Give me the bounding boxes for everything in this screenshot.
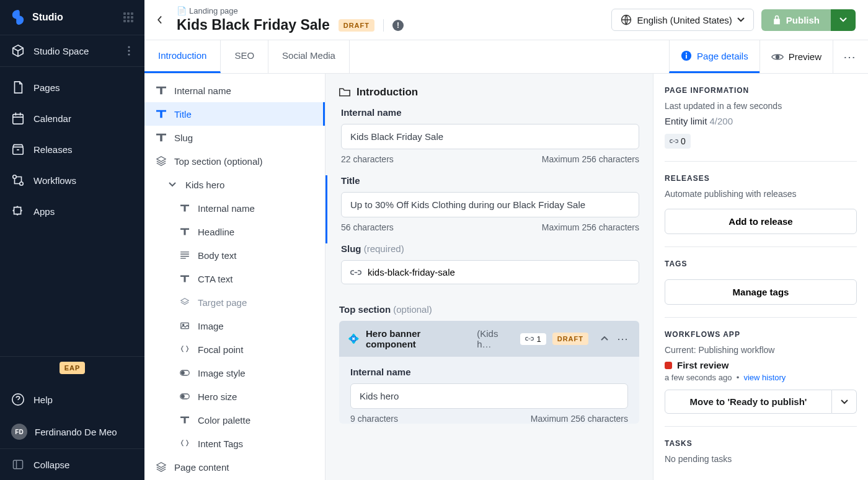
workflows-heading: WORKFLOWS APP xyxy=(665,330,857,339)
outline-internal-name[interactable]: Internal name xyxy=(144,79,325,102)
slug-label: Slug (required) xyxy=(341,243,639,254)
outline-cta-text[interactable]: CTA text xyxy=(144,267,325,290)
outline-target-page[interactable]: Target page xyxy=(144,290,325,314)
outline-color-palette[interactable]: Color palette xyxy=(144,408,325,432)
cube-icon xyxy=(11,44,25,58)
references-chip[interactable]: 0 xyxy=(665,134,691,149)
nav-calendar[interactable]: Calendar xyxy=(0,103,144,134)
add-to-release-button[interactable]: Add to release xyxy=(665,209,857,234)
user-menu[interactable]: FD Ferdinando De Meo xyxy=(0,415,144,448)
outline-body-text[interactable]: Body text xyxy=(144,243,325,267)
svg-rect-8 xyxy=(14,460,23,468)
nav-help[interactable]: Help xyxy=(0,384,144,415)
details-panel: PAGE INFORMATION Last updated in a few s… xyxy=(653,74,868,480)
paragraph-icon xyxy=(179,250,190,261)
locale-selector[interactable]: English (United States) xyxy=(611,9,753,31)
outline-slug[interactable]: Slug xyxy=(144,126,325,149)
chevron-down-icon xyxy=(737,17,745,22)
outline-headline[interactable]: Headline xyxy=(144,220,325,243)
outline-page-content[interactable]: Page content xyxy=(144,455,325,479)
outline-image-style[interactable]: Image style xyxy=(144,361,325,385)
tab-introduction[interactable]: Introduction xyxy=(144,40,221,73)
tasks-heading: TASKS xyxy=(665,439,857,448)
back-button[interactable] xyxy=(151,11,169,29)
layers-icon xyxy=(156,461,167,473)
internal-name-input[interactable] xyxy=(341,124,639,149)
warning-icon[interactable]: ! xyxy=(392,20,404,31)
slug-input[interactable] xyxy=(368,267,630,277)
tabs-bar: Introduction SEO Social Media Page detai… xyxy=(144,40,868,74)
diamond-icon: 💠 xyxy=(348,333,360,344)
breadcrumb: 📄 Landing page xyxy=(177,6,604,15)
internal-name-label: Internal name xyxy=(341,107,639,118)
char-count: 9 characters xyxy=(350,414,398,424)
last-updated: Last updated in a few seconds xyxy=(665,101,857,111)
char-max: Maximum 256 characters xyxy=(531,414,628,424)
svg-point-0 xyxy=(128,46,130,48)
outline-sub-internal-name[interactable]: Internal name xyxy=(144,196,325,220)
publish-button[interactable]: Publish xyxy=(761,9,831,31)
svg-point-13 xyxy=(776,55,779,58)
outline-panel: Internal name Title Slug Top section (op… xyxy=(144,74,326,480)
component-header[interactable]: 💠 Hero banner component (Kids h… 1 DRAFT… xyxy=(339,321,639,357)
status-dot xyxy=(665,362,672,369)
outline-focal-point[interactable]: Focal point xyxy=(144,338,325,361)
nav-workflows[interactable]: Workflows xyxy=(0,165,144,196)
editor-panel: Introduction Internal name 22 characters… xyxy=(326,74,653,480)
tab-social-media[interactable]: Social Media xyxy=(268,40,350,73)
tab-page-details[interactable]: Page details xyxy=(669,40,760,73)
apps-grid-icon[interactable] xyxy=(123,12,133,22)
workflows-current: Current: Publishing workflow xyxy=(665,345,857,355)
outline-intent-tags[interactable]: Intent Tags xyxy=(144,432,325,455)
braces-icon xyxy=(179,438,190,449)
collapse-sidebar[interactable]: Collapse xyxy=(0,448,144,480)
outline-top-section[interactable]: Top section (optional) xyxy=(144,149,325,173)
text-icon xyxy=(156,132,167,143)
toggle-icon xyxy=(179,391,190,402)
text-icon xyxy=(179,273,190,284)
app-name: Studio xyxy=(32,12,63,23)
publish-dropdown[interactable] xyxy=(831,9,856,31)
ref-count-chip[interactable]: 1 xyxy=(520,333,546,345)
workflow-state: First review xyxy=(665,360,857,370)
section-title: Introduction xyxy=(356,86,418,98)
more-menu[interactable]: ⋯ xyxy=(833,40,859,73)
tasks-empty: No pending tasks xyxy=(665,454,857,464)
nav-releases[interactable]: Releases xyxy=(0,134,144,165)
svg-point-12 xyxy=(686,53,687,54)
page-info-heading: PAGE INFORMATION xyxy=(665,86,857,95)
outline-kids-hero[interactable]: Kids hero xyxy=(144,173,325,196)
more-icon[interactable]: ⋯ xyxy=(614,332,631,346)
svg-point-6 xyxy=(20,182,24,186)
tab-seo[interactable]: SEO xyxy=(221,40,268,73)
chevron-up-icon[interactable] xyxy=(601,336,608,341)
avatar: FD xyxy=(11,424,27,440)
sub-internal-name-input[interactable] xyxy=(350,383,628,409)
outline-title[interactable]: Title xyxy=(144,102,325,126)
globe-icon xyxy=(621,14,632,25)
svg-rect-11 xyxy=(686,55,687,58)
user-name: Ferdinando De Meo xyxy=(35,427,117,437)
image-icon xyxy=(179,320,190,331)
document-icon xyxy=(11,81,25,94)
title-input[interactable] xyxy=(341,192,639,217)
tab-preview[interactable]: Preview xyxy=(760,40,833,73)
move-workflow-dropdown[interactable] xyxy=(832,390,857,414)
view-history-link[interactable]: view history xyxy=(743,373,786,382)
manage-tags-button[interactable]: Manage tags xyxy=(665,279,857,305)
layers-icon xyxy=(179,297,190,308)
nav-pages[interactable]: Pages xyxy=(0,72,144,103)
move-workflow-button[interactable]: Move to 'Ready to publish' xyxy=(665,390,832,414)
layers-icon xyxy=(156,155,167,167)
top-section-label: Top section (optional) xyxy=(326,295,653,321)
text-icon xyxy=(156,85,167,96)
lock-icon xyxy=(773,15,781,25)
nav-apps[interactable]: Apps xyxy=(0,196,144,227)
workspace-switcher[interactable]: Studio Space xyxy=(0,35,144,66)
outline-hero-size[interactable]: Hero size xyxy=(144,385,325,408)
entity-limit: Entity limit 4/200 xyxy=(665,116,857,126)
svg-point-19 xyxy=(181,395,184,398)
outline-image[interactable]: Image xyxy=(144,314,325,338)
dots-vertical-icon[interactable] xyxy=(125,46,133,56)
char-count: 56 characters xyxy=(341,222,394,232)
